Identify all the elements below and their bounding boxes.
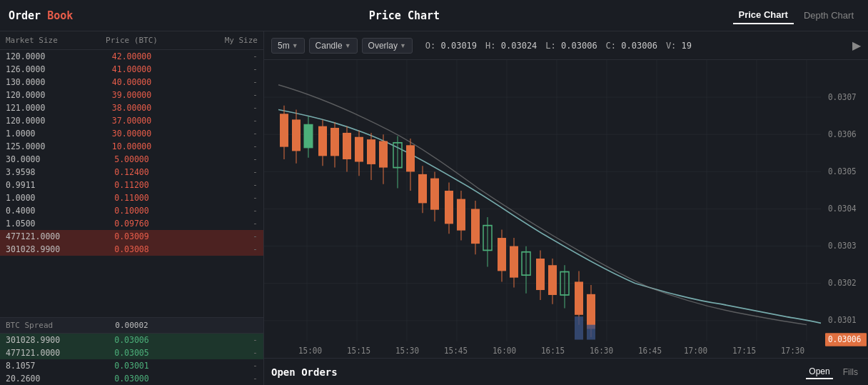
chevron-down-icon: ▼ <box>345 42 351 49</box>
svg-text:16:00: 16:00 <box>493 345 516 356</box>
table-row: 1.0500 0.09760 - <box>0 217 263 230</box>
price-chart-btn[interactable]: Price Chart <box>733 6 794 24</box>
svg-rect-69 <box>575 316 583 339</box>
table-row: 120.0000 42.00000 - <box>0 50 263 63</box>
svg-rect-34 <box>367 139 375 164</box>
svg-rect-22 <box>292 119 301 151</box>
spread-row: BTC Spread 0.00002 <box>0 317 263 334</box>
table-row: 125.0000 10.00000 - <box>0 140 263 153</box>
svg-text:0.0305: 0.0305 <box>828 166 857 176</box>
table-row: 477121.0000 0.03009 - <box>0 230 263 243</box>
svg-text:17:15: 17:15 <box>732 345 756 356</box>
bottom-tabs: Open Fills <box>806 365 861 379</box>
ohlcv-info: O: 0.03019 H: 0.03024 L: 0.03006 C: 0.03… <box>425 41 692 51</box>
sell-rows: 120.0000 42.00000 - 126.0000 41.00000 - … <box>0 50 263 317</box>
svg-rect-62 <box>548 265 557 295</box>
svg-text:15:00: 15:00 <box>298 345 322 356</box>
order-book-header: Market Size Price (BTC) My Size <box>0 31 263 50</box>
svg-text:17:00: 17:00 <box>684 345 707 356</box>
overlay-button[interactable]: Overlay ▼ <box>362 38 413 54</box>
svg-text:16:30: 16:30 <box>590 345 613 356</box>
svg-text:0.0302: 0.0302 <box>828 277 857 288</box>
svg-rect-68 <box>587 294 595 329</box>
table-row: 0.9911 0.11200 - <box>0 179 263 191</box>
svg-rect-28 <box>330 128 339 156</box>
col-my-size: My Size <box>173 36 258 45</box>
table-row: 20.2600 0.03000 - <box>0 372 263 385</box>
chart-toolbar: 5m ▼ Candle ▼ Overlay ▼ O: 0.03019 H: 0.… <box>264 31 868 60</box>
table-row: 301028.9900 0.03006 - <box>0 334 263 346</box>
order-book-panel: Market Size Price (BTC) My Size 120.0000… <box>0 31 264 385</box>
svg-rect-56 <box>510 246 518 278</box>
timeframe-button[interactable]: 5m ▼ <box>271 38 305 54</box>
svg-rect-66 <box>575 281 583 314</box>
svg-rect-60 <box>536 259 545 290</box>
svg-text:0.0303: 0.0303 <box>828 240 857 251</box>
svg-rect-48 <box>457 199 465 231</box>
svg-rect-42 <box>418 174 427 204</box>
depth-chart-btn[interactable]: Depth Chart <box>798 6 859 24</box>
top-bar: Order Book Price Chart Price Chart Depth… <box>0 0 868 31</box>
col-price: Price (BTC) <box>90 36 174 45</box>
svg-rect-20 <box>280 114 288 146</box>
svg-rect-36 <box>379 141 388 168</box>
chart-panel: 5m ▼ Candle ▼ Overlay ▼ O: 0.03019 H: 0.… <box>264 31 868 385</box>
svg-text:16:45: 16:45 <box>638 345 662 356</box>
chart-title: Price Chart <box>76 9 732 22</box>
app-container: Order Book Price Chart Price Chart Depth… <box>0 0 868 385</box>
main-content: Market Size Price (BTC) My Size 120.0000… <box>0 31 868 385</box>
svg-text:0.0304: 0.0304 <box>828 203 857 214</box>
bottom-bar: Open Orders Open Fills <box>264 358 868 385</box>
chevron-down-icon: ▼ <box>292 42 298 49</box>
svg-rect-40 <box>406 145 415 171</box>
col-market-size: Market Size <box>6 36 90 45</box>
table-row: 8.1057 0.03001 - <box>0 359 263 372</box>
svg-text:17:30: 17:30 <box>781 345 804 356</box>
svg-text:0.0306: 0.0306 <box>828 129 857 139</box>
table-row: 130.0000 40.00000 - <box>0 76 263 89</box>
spread-label: BTC Spread <box>6 321 90 330</box>
svg-rect-24 <box>304 124 313 147</box>
svg-rect-70 <box>587 325 595 340</box>
table-row: 477121.0000 0.03005 - <box>0 346 263 359</box>
buy-rows: 301028.9900 0.03006 - 477121.0000 0.0300… <box>0 334 263 385</box>
chevron-down-icon: ▼ <box>400 42 406 49</box>
svg-rect-32 <box>355 137 363 162</box>
table-row: 0.4000 0.10000 - <box>0 204 263 217</box>
table-row: 120.0000 39.00000 - <box>0 89 263 101</box>
open-orders-label: Open Orders <box>271 366 806 378</box>
spread-value: 0.00002 <box>90 321 174 330</box>
order-book-title: Order Book <box>9 9 73 22</box>
table-row: 1.0000 0.11000 - <box>0 191 263 204</box>
svg-rect-30 <box>343 133 351 159</box>
svg-rect-26 <box>318 126 327 156</box>
svg-rect-46 <box>445 191 453 224</box>
play-button[interactable]: ▶ <box>852 39 861 52</box>
tab-open[interactable]: Open <box>806 365 832 379</box>
chart-area: 0.0307 0.0306 0.0305 0.0304 0.0303 0.030… <box>264 60 868 358</box>
table-row: 301028.9900 0.03008 - <box>0 243 263 256</box>
svg-text:15:15: 15:15 <box>347 345 370 356</box>
tab-fills[interactable]: Fills <box>840 365 861 379</box>
table-row: 30.0000 5.00000 - <box>0 153 263 166</box>
svg-rect-50 <box>471 209 480 244</box>
chart-type-button[interactable]: Candle ▼ <box>309 38 358 54</box>
table-row: 120.0000 37.00000 - <box>0 114 263 127</box>
price-chart-svg: 0.0307 0.0306 0.0305 0.0304 0.0303 0.030… <box>264 60 868 358</box>
table-row: 121.0000 38.00000 - <box>0 101 263 114</box>
svg-text:0.0301: 0.0301 <box>828 315 857 326</box>
table-row: 1.0000 30.00000 - <box>0 127 263 140</box>
table-row: 3.9598 0.12400 - <box>0 166 263 179</box>
svg-rect-54 <box>498 238 506 271</box>
svg-text:0.03006: 0.03006 <box>828 334 861 344</box>
table-row: 126.0000 41.00000 - <box>0 63 263 76</box>
svg-text:16:15: 16:15 <box>541 345 565 356</box>
chart-type-buttons: Price Chart Depth Chart <box>733 6 859 24</box>
svg-text:15:45: 15:45 <box>444 345 468 356</box>
svg-text:0.0307: 0.0307 <box>828 91 857 102</box>
svg-rect-44 <box>430 179 439 210</box>
svg-text:15:30: 15:30 <box>395 345 419 356</box>
